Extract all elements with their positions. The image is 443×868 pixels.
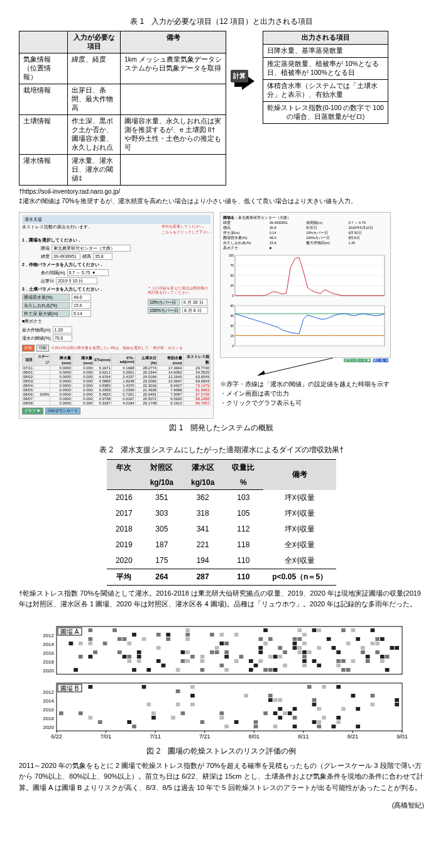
svg-rect-223 <box>332 725 336 728</box>
fig2-caption: 図 2 圃場の乾燥ストレスのリスク評価の例 <box>19 746 424 757</box>
svg-text:圃場 A: 圃場 A <box>60 628 79 635</box>
svg-rect-147 <box>200 668 205 672</box>
svg-rect-140 <box>302 664 307 667</box>
svg-rect-127 <box>249 659 253 663</box>
ui-tab[interactable]: 灌水支援 <box>22 215 211 224</box>
svg-rect-56 <box>258 637 263 641</box>
svg-rect-105 <box>88 655 92 659</box>
svg-rect-36 <box>297 628 302 632</box>
depth-input[interactable]: 0.14 <box>72 310 91 317</box>
svg-rect-182 <box>176 703 180 706</box>
figure1: 灌水支援 水ストレス指数の算出を行います。 作付を変更してください。 こちらをク… <box>19 212 424 419</box>
svg-rect-38 <box>317 628 321 632</box>
svg-rect-74 <box>346 642 351 645</box>
svg-rect-113 <box>268 655 273 659</box>
svg-rect-55 <box>185 637 190 641</box>
svg-rect-213 <box>254 720 258 724</box>
alt-input[interactable]: 35.8 <box>93 253 112 260</box>
svg-rect-134 <box>366 659 370 663</box>
svg-rect-91 <box>181 650 185 654</box>
fn-url: †https://soil-inventory.rad.naro.go.jp/ <box>19 187 424 196</box>
svg-rect-196 <box>220 711 224 715</box>
rowgap-select[interactable]: 0.7 ～ 0.75 ▼ <box>67 269 109 276</box>
fig1-chart-panel-wrap: 圃場名：東北農業研究センター（大曲） 緯度39.4930951条間隔(m)0.7… <box>220 212 391 408</box>
svg-rect-185 <box>371 703 375 706</box>
svg-rect-37 <box>312 628 317 632</box>
thres-input[interactable]: 70.0 <box>53 335 72 342</box>
svg-rect-150 <box>263 668 268 672</box>
svg-rect-24 <box>57 626 402 674</box>
svg-rect-137 <box>220 664 224 667</box>
fig1-annotations: ※赤字・赤線は「灌水の閾値」の設定値を越えた時期を示す ・メイン画面は表で出力 … <box>220 379 391 408</box>
emerg-input[interactable]: 2019 5 10 日 <box>56 277 97 284</box>
maxh-label: 最大作物高(m) <box>22 327 51 333</box>
svg-rect-131 <box>336 659 341 663</box>
svg-rect-168 <box>322 685 326 689</box>
print-button[interactable]: 印刷 <box>36 345 49 352</box>
fc-input[interactable]: 48.0 <box>72 294 91 301</box>
svg-rect-119 <box>385 655 390 659</box>
svg-rect-207 <box>322 716 326 720</box>
svg-rect-176 <box>268 698 273 702</box>
svg-rect-208 <box>336 716 341 720</box>
svg-rect-197 <box>263 711 268 715</box>
svg-rect-193 <box>79 711 83 715</box>
svg-rect-41 <box>371 628 375 632</box>
svg-rect-125 <box>200 659 205 663</box>
svg-text:7/01: 7/01 <box>101 733 112 740</box>
arrow-label: 計算 <box>231 70 248 82</box>
graph-button[interactable]: グラフ ▶ <box>22 408 43 415</box>
field-site-select[interactable]: 東北農業研究センター（大曲） <box>52 245 131 252</box>
svg-text:7/21: 7/21 <box>199 733 211 740</box>
t1-r3-out: 乾燥ストレス指数(0-100 の数字で 100 の場合、日蒸散量がゼロ) <box>263 102 388 124</box>
t1-r1-note <box>121 84 226 115</box>
t1-r3-note <box>121 155 226 186</box>
close-button[interactable]: 閉じる ✕ <box>373 359 388 362</box>
svg-rect-108 <box>137 655 141 659</box>
lat-input[interactable]: 39.4930951 <box>52 253 80 260</box>
recalc-note: ※2011年以降の降水量を使用したい時は、地点を選択して「再計算」ボタンを <box>51 346 183 350</box>
svg-rect-166 <box>190 685 195 689</box>
t1-r2-out: 体積含水率（システムでは「土壌水分」と表示）、有効水量 <box>263 80 388 102</box>
svg-text:8/01: 8/01 <box>249 733 260 740</box>
t1-r0-input: 緯度、経度 <box>68 53 121 84</box>
svg-rect-175 <box>371 694 375 698</box>
svg-text:圃場 B: 圃場 B <box>60 685 79 692</box>
download-button[interactable]: ダウンロード ▶ <box>344 359 371 362</box>
svg-rect-144 <box>132 668 136 672</box>
svg-rect-83 <box>317 646 321 650</box>
svg-rect-80 <box>278 646 282 650</box>
svg-rect-88 <box>93 650 97 654</box>
pwp-input[interactable]: 15.6 <box>72 302 91 309</box>
svg-rect-115 <box>278 655 282 659</box>
csv-button[interactable]: CSVダウンロード <box>45 408 80 415</box>
svg-rect-92 <box>185 650 190 654</box>
svg-rect-62 <box>375 637 380 641</box>
svg-rect-151 <box>268 668 273 672</box>
svg-rect-141 <box>317 664 321 667</box>
t1-r0-cat: 気象情報 （位置情報） <box>19 53 68 84</box>
svg-rect-201 <box>88 716 92 720</box>
svg-rect-179 <box>312 698 317 702</box>
svg-rect-191 <box>356 707 360 711</box>
svg-text:2012: 2012 <box>43 633 54 638</box>
panel-title: 東北農業研究センター（大曲） <box>238 216 291 220</box>
cover100-label: 100%カバー日 <box>148 307 180 314</box>
calc-button[interactable]: 計算 <box>22 345 35 352</box>
kuroboku-check[interactable]: ■黒ボク土 <box>22 318 144 325</box>
svg-rect-93 <box>210 650 214 654</box>
svg-rect-218 <box>224 725 229 728</box>
svg-rect-139 <box>283 664 287 667</box>
svg-rect-39 <box>341 628 346 632</box>
svg-text:8/21: 8/21 <box>347 733 359 740</box>
svg-rect-112 <box>239 655 243 659</box>
t1-r1-out: 推定蒸発散量、植被率が 10%となる日、植被率が 100%となる日 <box>263 58 388 80</box>
t1-r3-cat: 灌水情報 <box>19 155 68 186</box>
fig1-caption: 図 1 開発したシステムの概観 <box>19 423 424 433</box>
maxh-input[interactable]: 1.20 <box>53 326 72 333</box>
moisture-chart: 604530150 <box>224 303 387 353</box>
svg-rect-65 <box>79 642 83 645</box>
svg-rect-124 <box>185 659 190 663</box>
alt-label: 標高 <box>82 253 91 260</box>
svg-rect-167 <box>307 685 312 689</box>
